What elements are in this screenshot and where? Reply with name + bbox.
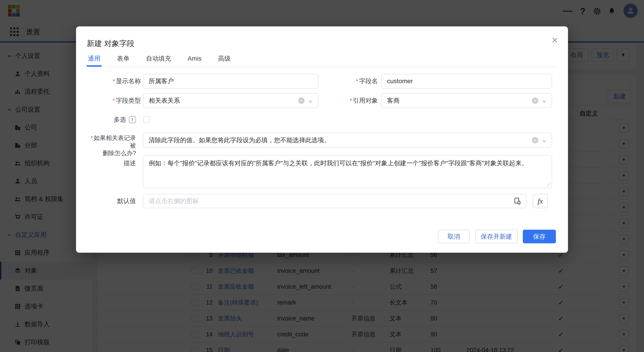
- tab-表单[interactable]: 表单: [116, 54, 130, 67]
- chevron-down-icon: [542, 98, 547, 103]
- dialog-title: 新建 对象字段: [87, 38, 134, 49]
- tab-Amis[interactable]: Amis: [187, 54, 202, 67]
- api-name-input[interactable]: customer: [381, 74, 552, 88]
- resize-handle[interactable]: [547, 183, 550, 186]
- description-textarea[interactable]: 例如：每个"报价"记录都应该有对应的"所属客户"与之关联，此时我们可以在"报价"…: [143, 155, 552, 188]
- field-type-select[interactable]: 相关表关系 ✕: [143, 93, 318, 108]
- field-type-label: *字段类型: [90, 93, 141, 108]
- clear-icon[interactable]: ✕: [532, 98, 538, 104]
- tab-自动填充[interactable]: 自动填充: [146, 54, 172, 67]
- chevron-down-icon: [308, 98, 313, 103]
- tab-通用[interactable]: 通用: [88, 54, 101, 67]
- description-label: 描述: [84, 159, 136, 168]
- new-object-field-dialog: × 新建 对象字段 通用表单自动填充Amis高级 *显示名称 所属客户 *字段名…: [76, 26, 568, 253]
- display-name-input[interactable]: 所属客户: [143, 74, 318, 88]
- dialog-tabs: 通用表单自动填充Amis高级: [88, 54, 557, 67]
- save-and-new-button[interactable]: 保存并新建: [475, 230, 518, 243]
- on-delete-label: *如果相关表记录被 删除怎么办?: [84, 134, 136, 157]
- default-value-input[interactable]: 请点击右侧的图标: [143, 194, 526, 208]
- on-delete-select[interactable]: 清除此字段的值。如果您将此字段设为必填，您不能选择此选项。 ✕: [143, 133, 552, 148]
- multiple-label: 多选: [84, 115, 126, 124]
- formula-fx-button[interactable]: fx: [533, 194, 548, 208]
- display-name-label: *显示名称: [90, 74, 141, 88]
- api-name-label: *字段名: [326, 74, 378, 88]
- default-value-label: 默认值: [84, 194, 136, 208]
- clear-icon[interactable]: ✕: [532, 137, 538, 143]
- reference-to-label: *引用对象: [326, 93, 378, 108]
- cancel-button[interactable]: 取消: [438, 230, 470, 243]
- save-button[interactable]: 保存: [523, 230, 556, 243]
- close-icon[interactable]: ×: [552, 35, 558, 45]
- tab-高级[interactable]: 高级: [218, 54, 231, 67]
- picker-icon[interactable]: [514, 198, 520, 204]
- clear-icon[interactable]: ✕: [298, 98, 304, 104]
- info-exclamation-icon[interactable]: !: [129, 116, 136, 123]
- reference-to-select[interactable]: 客商 ✕: [381, 93, 552, 108]
- multiple-checkbox[interactable]: [143, 116, 150, 123]
- chevron-down-icon: [542, 138, 547, 143]
